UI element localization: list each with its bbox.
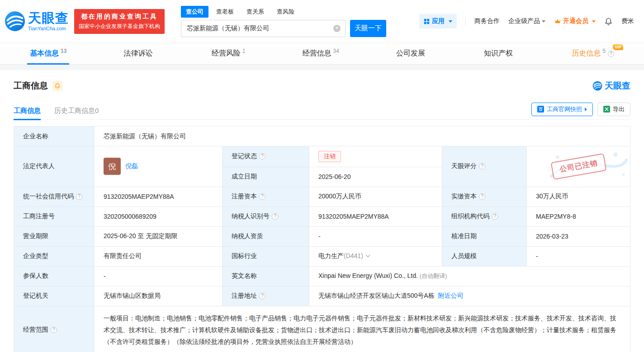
establish-date-value: 2025-06-20 <box>309 167 442 187</box>
business-scope-value: 一般项目：电池制造；电池销售；电池零配件销售；电子产品销售；电力电子元器件销售；… <box>95 306 630 352</box>
nav-open-vip[interactable]: 开通会员 <box>554 17 596 25</box>
vip-badge: VIP <box>613 44 623 50</box>
org-code-value: MAEP2MY8-8 <box>527 207 630 226</box>
reg-number-value: 320205000689209 <box>95 207 223 226</box>
reg-capital-label: 注册资本 <box>223 187 309 207</box>
establish-date-label: 成立日期 <box>223 167 309 187</box>
nearby-companies-link[interactable]: 附近公司 <box>438 292 463 299</box>
crown-icon <box>554 18 561 25</box>
table-row: 企业类型 有限责任公司 国标行业 电力生产(D441) 人员规模 - <box>14 246 630 266</box>
search-button[interactable]: 天眼一下 <box>350 20 386 37</box>
tab-legal-proceedings[interactable]: 法律诉讼 <box>120 43 158 64</box>
tab-operation-risk[interactable]: 经营风险1 <box>208 43 249 64</box>
snapshot-icon <box>537 106 544 113</box>
org-code-label: 组织机构代码 <box>442 207 527 226</box>
help-icon[interactable] <box>479 193 485 200</box>
apps-label: 应用 <box>432 17 445 25</box>
tab-operation-info[interactable]: 经营信息34 <box>298 43 342 64</box>
subtab-business-info[interactable]: 工商信息 <box>14 103 41 120</box>
table-row: 参保人数 - 英文名称 Xinpai New Energy (Wuxi) Co.… <box>14 266 630 286</box>
search-tab-risk[interactable]: 查风险 <box>272 6 299 18</box>
english-name-label: 英文名称 <box>223 266 309 286</box>
help-icon[interactable] <box>51 327 57 333</box>
industry-value: 电力生产(D441) <box>309 246 442 266</box>
tianyancha-logo-icon <box>5 11 25 32</box>
official-snapshot-button[interactable]: 工商官网快照 <box>531 103 593 116</box>
business-info-card: 工商信息 天眼查 工商信息 历史工商信息0 工商官网快照 <box>0 70 644 352</box>
company-tabs-bar: 基本信息13 法律诉讼 经营风险1 经营信息34 公司发展 知识产权 历史信息5… <box>0 42 644 65</box>
company-type-value: 有限责任公司 <box>95 246 223 266</box>
business-scope-label: 经营范围 <box>14 306 95 352</box>
tab-count: 34 <box>333 48 339 54</box>
table-row: 经营范围 一般项目：电池制造；电池销售；电池零配件销售；电子产品销售；电力电子元… <box>14 306 630 352</box>
taxpayer-id-value: 91320205MAEP2MY88A <box>309 207 442 226</box>
business-term-value: 2025-06-20 至 无固定期限 <box>95 226 223 246</box>
table-row: 统一社会信用代码 91320205MAEP2MY88A 注册资本 20000万人… <box>14 187 630 207</box>
table-row: 登记机关 无锡市锡山区数据局 注册地址 无锡市锡山经济开发区锡山大道500号A栋… <box>14 286 630 306</box>
tab-history-info[interactable]: 历史信息5 VIP <box>568 43 618 64</box>
search-tabs: 查公司 查老板 查关系 查风险 <box>181 6 386 18</box>
tyc-score-label: 天眼评分 <box>442 146 527 187</box>
apps-grid-icon <box>424 19 430 24</box>
english-name-value: Xinpai New Energy (Wuxi) Co., Ltd. (自动翻译… <box>309 266 630 286</box>
tab-intellectual-property[interactable]: 知识产权 <box>480 43 518 64</box>
tab-count: 1 <box>242 48 246 54</box>
reg-authority-value: 无锡市锡山区数据局 <box>95 286 223 306</box>
nav-business-cooperation[interactable]: 商务合作 <box>474 17 500 25</box>
table-row: 企业名称 芯派新能源（无锡）有限公司 <box>14 127 630 146</box>
legal-rep-avatar[interactable]: 倪 <box>104 158 121 175</box>
legal-rep-name-link[interactable]: 倪磊 <box>125 162 138 170</box>
tianyancha-logo-icon <box>592 81 602 91</box>
top-header: 天眼查 TianYanCha.com 都在用的商业查询工具 国家中小企业发展子基… <box>0 0 644 42</box>
reg-authority-label: 登记机关 <box>14 286 95 306</box>
tianyancha-logo[interactable]: 天眼查 TianYanCha.com <box>5 11 69 32</box>
reg-address-label: 注册地址 <box>223 286 309 306</box>
tab-count: 5 <box>602 48 606 54</box>
subtab-history-business-info[interactable]: 历史工商信息0 <box>54 103 99 120</box>
clear-search-icon[interactable] <box>333 25 341 32</box>
business-info-table: 企业名称 芯派新能源（无锡）有限公司 法定代表人 倪 倪磊 登记状态 注销 <box>14 126 630 352</box>
tianyancha-watermark: 天眼查 <box>592 80 630 92</box>
slogan-line1: 都在用的商业查询工具 <box>79 13 160 21</box>
help-icon[interactable] <box>272 213 278 220</box>
company-name-value: 芯派新能源（无锡）有限公司 <box>95 127 630 146</box>
approval-date-value: 2026-03-23 <box>527 226 630 246</box>
help-icon[interactable] <box>76 193 82 200</box>
approval-date-label: 核准日期 <box>442 226 527 246</box>
tab-basic-info[interactable]: 基本信息13 <box>26 43 70 64</box>
reg-status-label: 登记状态 <box>223 146 309 167</box>
export-button[interactable]: 导出 <box>597 103 630 116</box>
notification-bell-icon[interactable] <box>604 17 613 26</box>
section-title: 工商信息 <box>14 80 48 92</box>
help-icon[interactable] <box>608 51 614 57</box>
apps-menu-button[interactable]: 应用 <box>419 14 457 28</box>
reg-address-value: 无锡市锡山经济开发区锡山大道500号A栋 附近公司 <box>309 286 630 306</box>
credit-code-label: 统一社会信用代码 <box>14 187 95 207</box>
insured-count-value: - <box>95 266 223 286</box>
tab-company-development[interactable]: 公司发展 <box>393 43 431 64</box>
nav-divider <box>465 17 466 25</box>
taxpayer-id-label: 纳税人识别号 <box>223 207 309 226</box>
nav-user[interactable]: 费米 <box>621 17 634 25</box>
search-tab-boss[interactable]: 查老板 <box>211 6 239 18</box>
taxpayer-quality-label: 纳税人资质 <box>223 226 309 246</box>
industry-label: 国标行业 <box>223 246 309 266</box>
search-tab-relation[interactable]: 查关系 <box>242 6 269 18</box>
insured-count-label: 参保人数 <box>14 266 95 286</box>
nav-enterprise-products[interactable]: 企业级产品 <box>508 17 545 25</box>
help-icon[interactable] <box>259 293 265 299</box>
slogan-line2: 国家中小企业发展子基金旗下机构 <box>79 23 160 30</box>
help-icon[interactable] <box>479 163 485 169</box>
help-icon[interactable] <box>492 213 498 220</box>
help-icon[interactable] <box>259 153 265 160</box>
chevron-down-icon[interactable] <box>365 253 370 258</box>
table-row: 营业期限 2025-06-20 至 无固定期限 纳税人资质 - 核准日期 202… <box>14 226 630 246</box>
search-tab-company[interactable]: 查公司 <box>181 6 208 18</box>
auto-translate-note: (自动翻译) <box>420 272 447 279</box>
search-input[interactable] <box>181 20 345 37</box>
legal-rep-label: 法定代表人 <box>14 146 95 187</box>
subscribe-bell-icon[interactable] <box>52 81 62 91</box>
table-row: 工商注册号 320205000689209 纳税人识别号 91320205MAE… <box>14 207 630 226</box>
help-icon[interactable] <box>259 193 265 200</box>
slogan-banner: 都在用的商业查询工具 国家中小企业发展子基金旗下机构 <box>74 9 165 34</box>
